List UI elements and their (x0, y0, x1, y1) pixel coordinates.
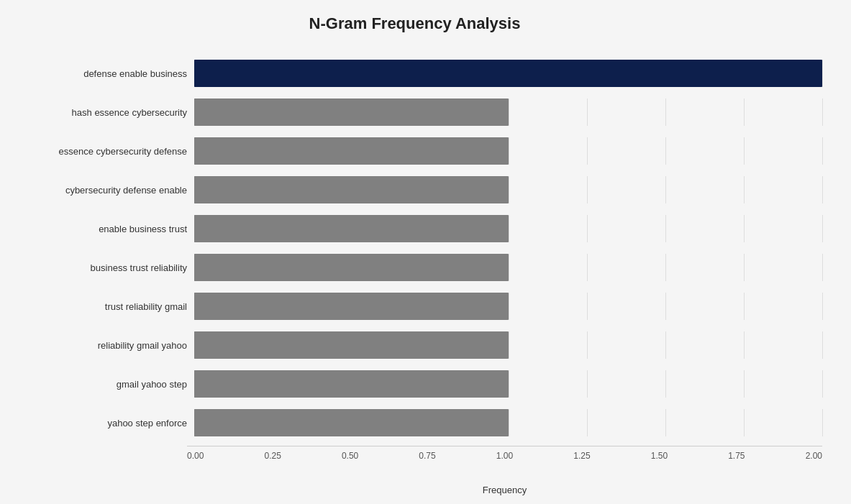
bar-track (194, 293, 822, 320)
x-axis-ticks: 0.000.250.500.751.001.251.501.752.00 (187, 446, 822, 461)
bar-normal (194, 215, 509, 242)
bar-normal (194, 293, 509, 320)
bar-track (194, 331, 822, 359)
x-tick: 1.00 (496, 446, 513, 461)
bar-row: business trust reliability (22, 249, 822, 286)
bar-track (194, 176, 822, 203)
x-tick: 1.75 (728, 446, 745, 461)
bar-track (194, 98, 822, 126)
x-tick: 0.25 (264, 446, 281, 461)
bar-label: yahoo step enforce (22, 418, 194, 429)
bar-label: enable business trust (22, 224, 194, 234)
x-axis-label: Frequency (187, 485, 822, 495)
bar-normal (194, 98, 509, 126)
bar-row: gmail yahoo step (22, 365, 822, 403)
x-tick: 0.75 (419, 446, 435, 461)
bar-normal (194, 254, 509, 281)
bar-normal (194, 137, 509, 165)
bar-track (194, 370, 822, 398)
x-tick: 1.50 (651, 446, 668, 461)
x-tick: 0.50 (342, 446, 358, 461)
bar-label: reliability gmail yahoo (22, 340, 194, 351)
bar-row: reliability gmail yahoo (22, 326, 822, 364)
x-axis-area: 0.000.250.500.751.001.251.501.752.00 (187, 446, 822, 482)
bar-row: yahoo step enforce (22, 404, 822, 441)
bar-label: hash essence cybersecurity (22, 107, 194, 118)
bar-label: business trust reliability (22, 262, 194, 273)
bar-label: cybersecurity defense enable (22, 185, 194, 196)
bar-row: enable business trust (22, 210, 822, 247)
chart-area: defense enable businesshash essence cybe… (22, 55, 822, 443)
bar-row: defense enable business (22, 55, 822, 92)
bar-label: gmail yahoo step (22, 379, 194, 390)
x-tick: 1.25 (573, 446, 590, 461)
chart-container: N-Gram Frequency Analysis defense enable… (0, 0, 851, 504)
bar-row: hash essence cybersecurity (22, 93, 822, 131)
bar-normal (194, 409, 509, 436)
bar-track (194, 409, 822, 436)
bar-normal (194, 331, 509, 359)
x-tick: 0.00 (187, 446, 204, 461)
bar-track (194, 215, 822, 242)
x-tick: 2.00 (806, 446, 822, 461)
bar-row: essence cybersecurity defense (22, 132, 822, 170)
chart-title: N-Gram Frequency Analysis (7, 14, 822, 33)
bar-label: trust reliability gmail (22, 301, 194, 312)
bar-label: defense enable business (22, 68, 194, 79)
bar-highlight (194, 60, 822, 87)
bar-normal (194, 176, 509, 203)
bar-normal (194, 370, 509, 398)
bar-track (194, 137, 822, 165)
bar-track (194, 60, 822, 87)
bar-label: essence cybersecurity defense (22, 146, 194, 157)
bar-row: trust reliability gmail (22, 288, 822, 325)
bar-track (194, 254, 822, 281)
bar-row: cybersecurity defense enable (22, 171, 822, 209)
